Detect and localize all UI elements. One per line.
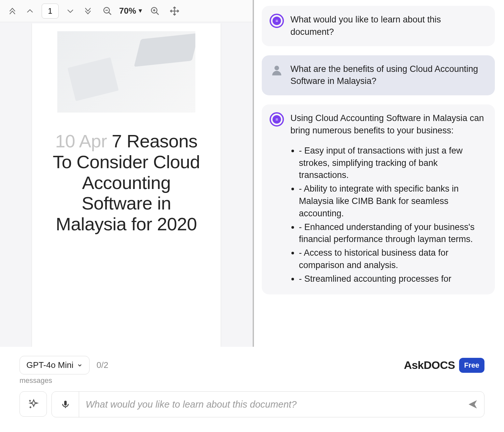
user-question-text: What are the benefits of using Cloud Acc… — [290, 63, 486, 88]
list-item: - Ability to integrate with specific ban… — [299, 183, 486, 220]
zoom-value: 70% — [119, 6, 136, 16]
chevron-down-icon — [77, 362, 83, 368]
user-avatar-icon — [270, 63, 284, 77]
bot-intro-text: What would you like to learn about this … — [290, 14, 486, 38]
document-hero-image — [57, 31, 195, 113]
model-select[interactable]: GPT-4o Mini — [20, 356, 90, 374]
mic-button[interactable] — [52, 392, 79, 417]
bot-avatar-icon: ≡ — [270, 112, 284, 127]
document-viewport[interactable]: 10 Apr 7 Reasons To Consider Cloud Accou… — [0, 22, 253, 347]
messages-label: messages — [20, 376, 484, 385]
zoom-select[interactable]: 70% ▼ — [119, 6, 143, 16]
zoom-in-button[interactable] — [149, 5, 161, 17]
chat-pane: ≡ What would you like to learn about thi… — [254, 0, 504, 347]
document-title: 10 Apr 7 Reasons To Consider Cloud Accou… — [51, 131, 201, 235]
send-button[interactable] — [461, 392, 484, 417]
bot-answer-text: Using Cloud Accounting Software in Malay… — [290, 112, 486, 286]
prev-page-button[interactable] — [24, 5, 36, 17]
answer-bullet-list: - Easy input of transactions with just a… — [290, 145, 486, 285]
bot-answer: ≡ Using Cloud Accounting Software in Mal… — [262, 104, 495, 294]
svg-line-4 — [156, 12, 159, 15]
sparkles-icon — [28, 398, 39, 410]
svg-point-9 — [274, 66, 279, 70]
bot-message: ≡ What would you like to learn about thi… — [262, 6, 495, 46]
magic-button[interactable] — [20, 391, 47, 417]
chat-input[interactable] — [79, 392, 461, 417]
chat-input-container — [51, 391, 484, 417]
list-item: - Easy input of transactions with just a… — [299, 145, 486, 182]
model-name: GPT-4o Mini — [26, 360, 74, 370]
svg-rect-10 — [64, 401, 67, 406]
send-icon — [467, 399, 478, 410]
pan-button[interactable] — [169, 5, 180, 17]
bot-avatar-icon: ≡ — [270, 14, 284, 28]
brand-logo: AskDOCS — [404, 359, 455, 371]
input-bar: GPT-4o Mini 0/2 AskDOCS Free messages — [0, 347, 504, 432]
document-page: 10 Apr 7 Reasons To Consider Cloud Accou… — [32, 23, 221, 347]
answer-lead: Using Cloud Accounting Software in Malay… — [290, 112, 486, 137]
chevron-down-icon: ▼ — [137, 7, 143, 14]
document-pane: 70% ▼ 10 Apr 7 Reasons To Consider Cloud… — [0, 0, 254, 347]
svg-line-1 — [109, 12, 111, 15]
user-message: What are the benefits of using Cloud Acc… — [262, 55, 495, 96]
next-page-button[interactable] — [64, 5, 76, 17]
plan-badge: Free — [459, 358, 484, 373]
first-page-button[interactable] — [7, 5, 18, 17]
list-item: - Streamlined accounting processes for — [299, 273, 486, 285]
document-date: 10 Apr — [55, 131, 107, 151]
list-item: - Enhanced understanding of your busines… — [299, 221, 486, 246]
list-item: - Access to historical business data for… — [299, 247, 486, 272]
last-page-button[interactable] — [82, 5, 94, 17]
zoom-out-button[interactable] — [102, 5, 113, 17]
message-count: 0/2 — [97, 360, 108, 370]
viewer-toolbar: 70% ▼ — [0, 0, 253, 22]
mic-icon — [61, 399, 70, 409]
page-number-input[interactable] — [42, 4, 59, 19]
